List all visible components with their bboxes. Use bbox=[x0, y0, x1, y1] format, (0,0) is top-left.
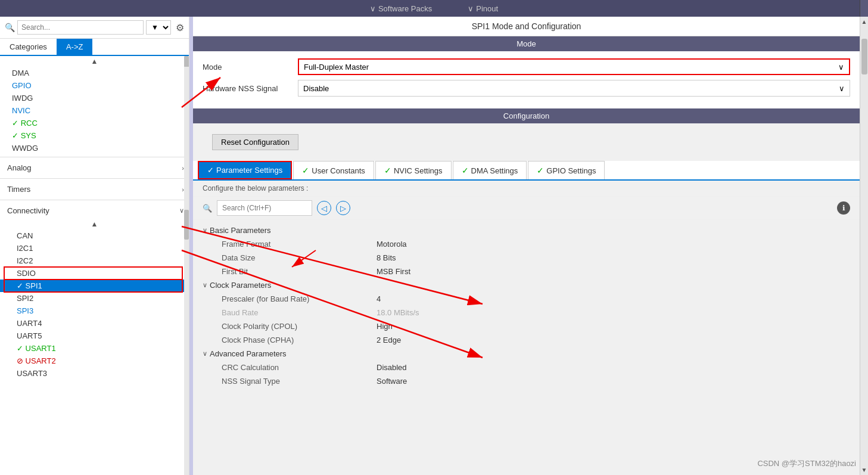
advanced-params-label: Advanced Parameters bbox=[210, 349, 287, 358]
param-name-prescaler: Prescaler (for Baud Rate) bbox=[222, 294, 377, 303]
search-icon: 🔍 bbox=[203, 204, 212, 213]
sidebar-item-spi1[interactable]: ✓ SPI1 bbox=[0, 280, 189, 292]
tab-user-constants[interactable]: ✓ User Constants bbox=[293, 161, 374, 179]
info-button[interactable]: ℹ bbox=[837, 201, 850, 215]
param-row-crc[interactable]: CRC Calculation Disabled bbox=[203, 361, 850, 374]
sidebar-item-sdio[interactable]: SDIO bbox=[0, 267, 189, 280]
param-name-baud-rate: Baud Rate bbox=[222, 308, 377, 317]
param-value-cpha: 2 Edge bbox=[377, 336, 448, 344]
content-title: SPI1 Mode and Configuration bbox=[193, 17, 860, 36]
param-row-prescaler[interactable]: Prescaler (for Baud Rate) 4 bbox=[203, 292, 850, 306]
reset-config-button[interactable]: Reset Configuration bbox=[212, 134, 298, 150]
watermark: CSDN @学习STM32的haozi bbox=[757, 458, 856, 469]
param-name-cpha: Clock Phase (CPHA) bbox=[222, 336, 377, 344]
reset-config-container: Reset Configuration bbox=[193, 123, 860, 161]
sidebar-item-iwdg[interactable]: IWDG bbox=[0, 92, 189, 104]
sidebar-item-sys[interactable]: ✓ SYS bbox=[0, 129, 189, 142]
param-row-data-size[interactable]: Data Size 8 Bits bbox=[203, 251, 850, 265]
nss-select[interactable]: Disable ∨ bbox=[298, 80, 850, 97]
sidebar-item-usart1[interactable]: ✓ USART1 bbox=[0, 342, 189, 355]
param-value-nss-type: Software bbox=[377, 377, 448, 386]
params-search-row: 🔍 ◁ ▷ ℹ bbox=[193, 197, 860, 220]
sidebar-section-timers[interactable]: Timers › bbox=[0, 181, 189, 197]
sidebar-item-rcc[interactable]: ✓ RCC bbox=[0, 117, 189, 129]
nss-field-label: Hardware NSS Signal bbox=[203, 84, 298, 93]
sidebar-search-dropdown[interactable]: ▼ bbox=[146, 20, 171, 35]
sidebar-section-connectivity[interactable]: Connectivity ∨ bbox=[0, 203, 189, 219]
basic-params-group[interactable]: ∨ Basic Parameters bbox=[203, 223, 850, 237]
mode-select[interactable]: Full-Duplex Master ∨ bbox=[298, 58, 850, 75]
pinout-menu[interactable]: ∨ Pinout bbox=[468, 4, 498, 13]
pinout-label: Pinout bbox=[476, 4, 498, 13]
tab-gpio-settings[interactable]: ✓ GPIO Settings bbox=[528, 161, 605, 179]
tab-az[interactable]: A->Z bbox=[57, 39, 93, 55]
params-search-input[interactable] bbox=[217, 200, 312, 216]
tab-label: User Constants bbox=[312, 166, 365, 175]
param-row-nss-type[interactable]: NSS Signal Type Software bbox=[203, 374, 850, 388]
next-param-button[interactable]: ▷ bbox=[336, 201, 350, 215]
param-tree: ∨ Basic Parameters Frame Format Motorola… bbox=[193, 220, 860, 392]
tab-nvic-settings[interactable]: ✓ NVIC Settings bbox=[375, 161, 452, 179]
basic-params-label: Basic Parameters bbox=[210, 226, 271, 235]
tab-label: Parameter Settings bbox=[216, 166, 282, 175]
param-row-cpol[interactable]: Clock Polarity (CPOL) High bbox=[203, 319, 850, 333]
param-name-first-bit: First Bit bbox=[222, 267, 377, 276]
param-value-frame-format: Motorola bbox=[377, 240, 448, 249]
tab-check-icon: ✓ bbox=[302, 166, 309, 175]
tab-check-icon: ✓ bbox=[207, 166, 214, 175]
software-packs-label: Software Packs bbox=[378, 4, 432, 13]
content-area: SPI1 Mode and Configuration Mode Mode Fu… bbox=[193, 17, 860, 475]
sidebar-item-spi2[interactable]: SPI2 bbox=[0, 292, 189, 305]
sidebar-section-analog[interactable]: Analog › bbox=[0, 160, 189, 176]
gear-icon[interactable]: ⚙ bbox=[176, 22, 184, 33]
param-name-crc: CRC Calculation bbox=[222, 363, 377, 372]
tab-parameter-settings[interactable]: ✓ Parameter Settings bbox=[198, 161, 292, 179]
param-value-cpol: High bbox=[377, 322, 448, 331]
top-bar: ∨ Software Packs ∨ Pinout bbox=[0, 0, 868, 17]
prev-param-button[interactable]: ◁ bbox=[317, 201, 331, 215]
chevron-down-icon: ∨ bbox=[203, 281, 207, 289]
advanced-params-group[interactable]: ∨ Advanced Parameters bbox=[203, 347, 850, 361]
clock-params-label: Clock Parameters bbox=[210, 281, 271, 290]
param-row-cpha[interactable]: Clock Phase (CPHA) 2 Edge bbox=[203, 333, 850, 347]
tab-dma-settings[interactable]: ✓ DMA Settings bbox=[453, 161, 527, 179]
scrollbar-thumb[interactable] bbox=[861, 39, 867, 74]
sidebar-search-input[interactable] bbox=[17, 20, 144, 35]
mode-section: Mode Full-Duplex Master ∨ Hardware NSS S… bbox=[193, 51, 860, 108]
software-packs-menu[interactable]: ∨ Software Packs bbox=[370, 4, 432, 13]
sidebar-item-can[interactable]: CAN bbox=[0, 229, 189, 242]
chevron-down-icon: ∨ bbox=[370, 4, 376, 13]
sidebar-item-uart5[interactable]: UART5 bbox=[0, 330, 189, 342]
param-row-first-bit[interactable]: First Bit MSB First bbox=[203, 265, 850, 278]
configure-hint: Configure the below parameters : bbox=[193, 181, 860, 197]
clock-params-group[interactable]: ∨ Clock Parameters bbox=[203, 278, 850, 292]
chevron-down-icon: ∨ bbox=[179, 207, 184, 215]
scroll-up-button[interactable]: ▲ bbox=[91, 57, 98, 66]
param-value-baud-rate: 18.0 MBits/s bbox=[377, 308, 448, 317]
connectivity-scroll-up[interactable]: ▲ bbox=[91, 220, 98, 228]
param-row-frame-format[interactable]: Frame Format Motorola bbox=[203, 237, 850, 251]
timers-label: Timers bbox=[7, 185, 30, 194]
sidebar-item-usart2[interactable]: ⊘ USART2 bbox=[0, 355, 189, 367]
sidebar-item-wwdg[interactable]: WWDG bbox=[0, 142, 189, 154]
sidebar-item-i2c1[interactable]: I2C1 bbox=[0, 242, 189, 254]
scrollbar-down-arrow[interactable]: ▼ bbox=[860, 465, 868, 475]
sidebar-item-i2c2[interactable]: I2C2 bbox=[0, 254, 189, 267]
sidebar-item-dma[interactable]: DMA bbox=[0, 67, 189, 79]
sidebar-item-gpio[interactable]: GPIO bbox=[0, 79, 189, 92]
right-scrollbar[interactable]: ▲ ▼ bbox=[860, 17, 868, 475]
analog-label: Analog bbox=[7, 163, 31, 172]
nss-value: Disable bbox=[303, 84, 329, 93]
sidebar-item-uart4[interactable]: UART4 bbox=[0, 317, 189, 330]
sidebar-item-nvic[interactable]: NVIC bbox=[0, 104, 189, 117]
tab-label: DMA Settings bbox=[471, 166, 518, 175]
tab-label: NVIC Settings bbox=[394, 166, 443, 175]
param-value-first-bit: MSB First bbox=[377, 267, 448, 276]
tab-categories[interactable]: Categories bbox=[0, 39, 57, 55]
sidebar-search-bar: 🔍 ▼ ⚙ bbox=[0, 17, 189, 39]
scrollbar-up-arrow[interactable]: ▲ bbox=[860, 17, 868, 27]
chevron-down-icon: ∨ bbox=[203, 226, 207, 234]
sidebar-item-spi3[interactable]: SPI3 bbox=[0, 305, 189, 317]
tab-label: GPIO Settings bbox=[546, 166, 596, 175]
sidebar-item-usart3[interactable]: USART3 bbox=[0, 367, 189, 380]
